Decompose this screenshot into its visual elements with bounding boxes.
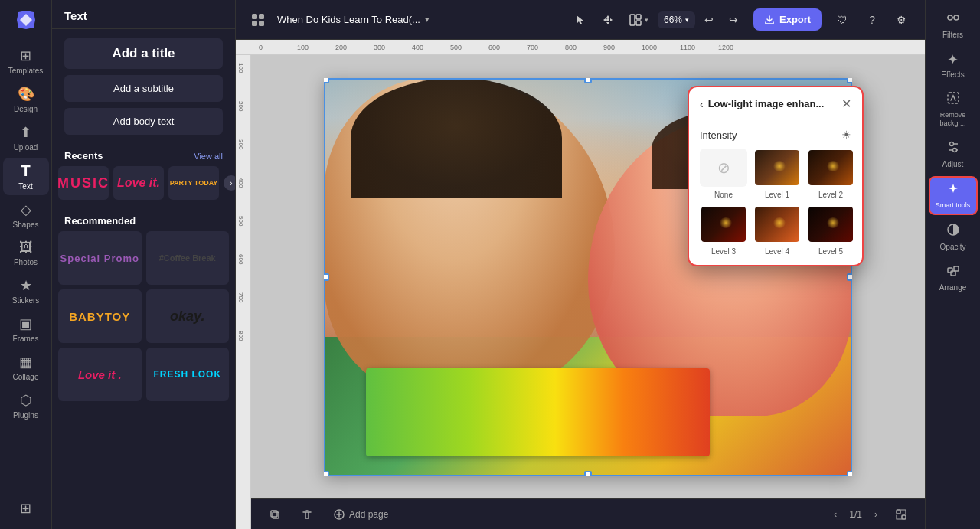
canvas-ruler-container: 0 100 200 300 400 500 600 700 800 900 10…: [236, 40, 925, 529]
intensity-level4[interactable]: Level 4: [753, 205, 801, 256]
canvas-controls: ▾ 66% ▾ ↩ ↪: [568, 9, 744, 31]
sidebar-item-frames[interactable]: ▣ Frames: [3, 311, 49, 348]
bottom-bar: Add page ‹ 1/1 ›: [251, 498, 925, 529]
next-page-button[interactable]: ›: [868, 506, 884, 523]
collage-icon: ▦: [19, 354, 32, 371]
right-sidebar-adjust[interactable]: Adjust: [929, 136, 978, 173]
recommended-item-special-promo[interactable]: Special Promo: [58, 231, 142, 285]
recent-item-loveit[interactable]: Love it.: [113, 166, 164, 200]
sidebar-item-plugins[interactable]: ⬡ Plugins: [3, 387, 49, 424]
plugins-icon: ⬡: [20, 392, 32, 409]
intensity-thumb-none: ⊘: [700, 149, 747, 187]
recommended-item-babytoy[interactable]: BABYTOY: [58, 289, 142, 343]
intensity-none[interactable]: ⊘ None: [700, 149, 747, 199]
settings-button[interactable]: ⚙: [890, 9, 913, 31]
svg-point-4: [606, 18, 609, 21]
recommended-section-header: Recommended: [52, 209, 235, 231]
intensity-grid: ⊘ None Level 1: [700, 149, 851, 256]
select-tool-button[interactable]: [568, 9, 593, 31]
recent-item-music[interactable]: MUSIC: [58, 166, 109, 200]
sidebar-item-collage[interactable]: ▦ Collage: [3, 349, 49, 386]
recent-item-party[interactable]: PARTY TODAY: [168, 166, 219, 200]
sidebar-item-more[interactable]: ⊞: [3, 495, 49, 521]
redo-button[interactable]: ↪: [723, 9, 744, 31]
right-sidebar-arrange[interactable]: Arrange: [929, 259, 978, 296]
arrange-icon: [946, 263, 960, 281]
document-title[interactable]: When Do Kids Learn To Read(... ▾: [277, 14, 430, 25]
view-all-link[interactable]: View all: [194, 152, 223, 161]
add-body-button[interactable]: Add body text: [64, 108, 223, 135]
sidebar-item-stickers[interactable]: ★ Stickers: [3, 273, 49, 309]
opacity-icon: [946, 223, 960, 240]
zoom-control[interactable]: 66% ▾: [658, 11, 695, 28]
right-sidebar-remove-bg[interactable]: Remove backgr...: [929, 87, 978, 132]
layout-button[interactable]: ▾: [623, 9, 655, 31]
right-sidebar-filters[interactable]: Filters: [929, 6, 978, 44]
page-nav: ‹ 1/1 ›: [828, 506, 913, 523]
right-sidebar: Filters ✦ Effects Remove backgr... Adjus…: [925, 0, 980, 529]
intensity-level5[interactable]: Level 5: [807, 205, 854, 256]
right-sidebar-smart-tools[interactable]: Smart tools: [929, 176, 978, 216]
svg-rect-30: [948, 268, 952, 273]
add-title-button[interactable]: Add a title: [64, 38, 223, 69]
svg-rect-5: [630, 15, 635, 25]
recommended-item-okay[interactable]: okay.: [146, 289, 230, 343]
intensity-thumb-l1: [753, 149, 801, 187]
svg-rect-3: [259, 21, 264, 26]
recents-next-arrow[interactable]: ›: [224, 175, 236, 191]
lowlight-title: Low-light image enhan...: [708, 98, 825, 109]
right-sidebar-effects[interactable]: ✦ Effects: [929, 47, 978, 83]
home-button[interactable]: [248, 10, 268, 30]
help-button[interactable]: ?: [863, 9, 881, 31]
chevron-down-icon: ▾: [425, 15, 430, 24]
undo-button[interactable]: ↩: [698, 9, 720, 31]
right-sidebar-opacity[interactable]: Opacity: [929, 218, 978, 256]
stickers-icon: ★: [20, 277, 32, 294]
sidebar-item-design[interactable]: 🎨 Design: [3, 81, 49, 118]
adjust-icon: [946, 140, 960, 158]
recents-section-header: Recents View all: [52, 144, 235, 166]
frames-icon: ▣: [19, 315, 32, 332]
move-tool-button[interactable]: [596, 9, 620, 31]
sidebar-item-text[interactable]: T Text: [3, 158, 49, 195]
svg-rect-18: [902, 515, 906, 519]
fit-page-button[interactable]: [890, 506, 913, 523]
svg-rect-31: [954, 266, 959, 271]
delete-page-button[interactable]: [296, 506, 318, 523]
add-subtitle-button[interactable]: Add a subtitle: [64, 75, 223, 102]
sidebar-item-shapes[interactable]: ◇ Shapes: [3, 197, 49, 233]
intensity-level2[interactable]: Level 2: [807, 149, 854, 199]
svg-point-19: [948, 15, 952, 20]
duplicate-page-button[interactable]: [263, 506, 286, 523]
intensity-thumb-l4: [753, 205, 801, 243]
intensity-l5-label: Level 5: [818, 247, 843, 256]
svg-point-26: [949, 142, 953, 145]
sidebar-item-upload[interactable]: ⬆ Upload: [3, 119, 49, 156]
intensity-section: Intensity ☀ ⊘ None: [689, 119, 862, 265]
smart-tools-icon: [946, 182, 960, 200]
svg-rect-17: [897, 510, 900, 514]
close-panel-button[interactable]: ✕: [841, 96, 851, 111]
recommended-item-freshlook[interactable]: FRESH LOOK: [146, 348, 230, 401]
add-page-button[interactable]: Add page: [328, 506, 394, 523]
intensity-l4-label: Level 4: [765, 247, 789, 256]
shield-icon[interactable]: 🛡: [831, 9, 854, 31]
ruler-side: 100 200 300 400 500 600 700 800: [236, 55, 251, 529]
recommended-item-loveit2[interactable]: Love it .: [58, 348, 142, 401]
intensity-level3[interactable]: Level 3: [700, 205, 747, 256]
sidebar-item-templates[interactable]: ⊞ Templates: [3, 43, 49, 80]
intensity-l3-label: Level 3: [711, 247, 736, 256]
sidebar-item-photos[interactable]: 🖼 Photos: [3, 235, 49, 271]
text-panel-header: Text: [52, 0, 235, 29]
export-button[interactable]: Export: [753, 8, 822, 31]
left-sidebar: ⊞ Templates 🎨 Design ⬆ Upload T Text ◇ S…: [0, 0, 52, 529]
lowlight-header: ‹ Low-light image enhan... ✕: [689, 87, 862, 119]
text-panel: Text Add a title Add a subtitle Add body…: [52, 0, 236, 529]
back-arrow-button[interactable]: ‹: [700, 98, 704, 110]
prev-page-button[interactable]: ‹: [828, 506, 843, 523]
recommended-grid: Special Promo #Coffee Break BABYTOY okay…: [52, 231, 235, 401]
intensity-level1[interactable]: Level 1: [753, 149, 801, 199]
svg-rect-2: [252, 21, 257, 26]
intensity-icon: ☀: [841, 129, 851, 141]
recommended-item-coffee-break[interactable]: #Coffee Break: [146, 231, 230, 285]
